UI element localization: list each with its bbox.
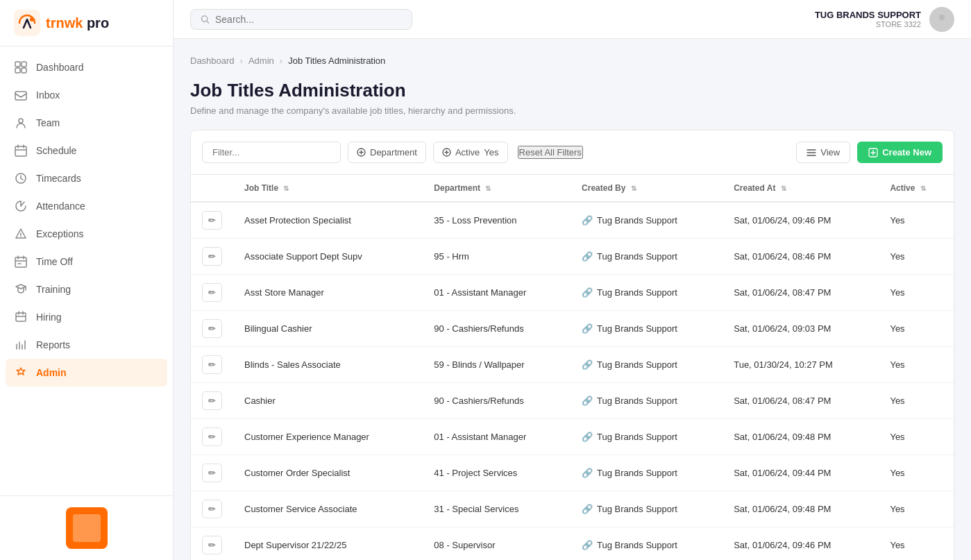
- svg-rect-0: [14, 10, 40, 36]
- sidebar-item-label: Attendance: [36, 201, 85, 212]
- active-cell: Yes: [879, 491, 954, 527]
- sidebar-item-schedule[interactable]: Schedule: [0, 137, 173, 164]
- sidebar-item-admin[interactable]: Admin: [6, 359, 167, 387]
- table-row: ✏ Customer Order Specialist 41 - Project…: [191, 455, 954, 491]
- svg-rect-8: [15, 146, 26, 156]
- page-header: Job Titles Administration Define and man…: [190, 80, 954, 116]
- job-title-cell: Cashier: [233, 383, 423, 419]
- job-title-cell: Bilingual Cashier: [233, 311, 423, 347]
- reset-filters-button[interactable]: Reset All Filters: [518, 146, 583, 159]
- link-icon: 🔗: [582, 504, 593, 514]
- sidebar-item-label: Admin: [36, 367, 67, 378]
- edit-button-0[interactable]: ✏: [202, 211, 222, 230]
- search-input[interactable]: [215, 14, 402, 25]
- active-cell: Yes: [879, 311, 954, 347]
- active-filter-tag: Active Yes: [433, 142, 508, 163]
- link-icon: 🔗: [582, 215, 593, 226]
- edit-cell: ✏: [191, 347, 233, 383]
- job-title-cell: Asst Store Manager: [233, 275, 423, 311]
- table-toolbar: Department Active Yes Reset All Filters: [191, 130, 954, 175]
- job-title-cell: Dept Supervisor 21/22/25: [233, 527, 423, 561]
- link-icon: 🔗: [582, 540, 593, 550]
- edit-cell: ✏: [191, 491, 233, 527]
- sidebar-item-team[interactable]: Team: [0, 109, 173, 137]
- svg-rect-12: [16, 313, 26, 321]
- edit-button-6[interactable]: ✏: [202, 427, 222, 446]
- edit-button-5[interactable]: ✏: [202, 391, 222, 410]
- link-icon: 🔗: [582, 287, 593, 298]
- main-card: Department Active Yes Reset All Filters: [190, 130, 954, 560]
- svg-point-14: [939, 15, 945, 20]
- active-filter-label: Active: [455, 147, 480, 158]
- table-row: ✏ Dept Supervisor 21/22/25 08 - Supervis…: [191, 527, 954, 561]
- table-row: ✏ Customer Service Associate 31 - Specia…: [191, 491, 954, 527]
- active-cell: Yes: [879, 527, 954, 561]
- edit-button-4[interactable]: ✏: [202, 355, 222, 374]
- link-icon: 🔗: [582, 468, 593, 478]
- link-icon: 🔗: [582, 432, 593, 442]
- sidebar-item-inbox[interactable]: Inbox: [0, 81, 173, 109]
- edit-button-7[interactable]: ✏: [202, 464, 222, 482]
- sidebar-item-timeoff[interactable]: Time Off: [0, 248, 173, 275]
- edit-button-8[interactable]: ✏: [202, 500, 222, 518]
- sidebar-item-dashboard[interactable]: Dashboard: [0, 53, 173, 81]
- topbar-right: TUG BRANDS SUPPORT STORE 3322: [815, 7, 954, 32]
- active-cell: Yes: [879, 202, 954, 239]
- breadcrumb-sep-2: ›: [280, 56, 282, 66]
- page-subtitle: Define and manage the company's availabl…: [190, 105, 954, 116]
- department-cell: 90 - Cashiers/Refunds: [423, 383, 571, 419]
- store-info: TUG BRANDS SUPPORT STORE 3322: [815, 10, 921, 28]
- sidebar-item-label: Reports: [36, 339, 70, 350]
- edit-cell: ✏: [191, 239, 233, 275]
- active-filter-value: Yes: [484, 147, 498, 158]
- avatar[interactable]: [929, 7, 954, 32]
- department-cell: 08 - Supervisor: [423, 527, 571, 561]
- edit-cell: ✏: [191, 202, 233, 239]
- edit-button-9[interactable]: ✏: [202, 536, 222, 554]
- breadcrumb-sep-1: ›: [240, 56, 243, 66]
- svg-point-10: [20, 236, 22, 237]
- search-icon: [201, 15, 210, 24]
- active-cell: Yes: [879, 275, 954, 311]
- logo: trnwk pro: [0, 0, 173, 46]
- breadcrumb-admin[interactable]: Admin: [248, 56, 274, 66]
- sidebar-item-hiring[interactable]: Hiring: [0, 303, 173, 331]
- active-cell: Yes: [879, 419, 954, 455]
- edit-cell: ✏: [191, 275, 233, 311]
- col-department: Department ⇅: [423, 175, 571, 202]
- sidebar-item-training[interactable]: Training: [0, 275, 173, 303]
- svg-rect-11: [15, 257, 26, 267]
- sidebar-item-exceptions[interactable]: Exceptions: [0, 220, 173, 248]
- edit-button-2[interactable]: ✏: [202, 283, 222, 302]
- created-by-cell: 🔗Tug Brands Support: [571, 347, 723, 383]
- filter-input[interactable]: [202, 142, 341, 163]
- sidebar-item-label: Inbox: [36, 90, 60, 101]
- sidebar-bottom: [0, 495, 173, 560]
- store-logo: [66, 507, 108, 549]
- link-icon: 🔗: [582, 396, 593, 406]
- department-cell: 01 - Assistant Manager: [423, 275, 571, 311]
- edit-button-1[interactable]: ✏: [202, 247, 222, 266]
- sidebar-item-reports[interactable]: Reports: [0, 331, 173, 359]
- created-by-cell: 🔗Tug Brands Support: [571, 239, 723, 275]
- link-icon: 🔗: [582, 323, 593, 334]
- create-new-button[interactable]: Create New: [857, 142, 943, 163]
- sidebar-item-label: Exceptions: [36, 228, 83, 239]
- main-area: TUG BRANDS SUPPORT STORE 3322 Dashboard …: [174, 0, 971, 560]
- page-title: Job Titles Administration: [190, 80, 954, 101]
- sidebar-item-timecards[interactable]: Timecards: [0, 164, 173, 192]
- sidebar: trnwk pro Dashboard Inbox Team: [0, 0, 174, 560]
- edit-button-3[interactable]: ✏: [202, 319, 222, 338]
- attendance-icon: [14, 199, 28, 213]
- breadcrumb-dashboard[interactable]: Dashboard: [190, 56, 235, 66]
- view-button[interactable]: View: [796, 142, 850, 163]
- department-filter-button[interactable]: Department: [348, 142, 426, 163]
- plus-circle-icon-2: [442, 148, 451, 157]
- sidebar-item-attendance[interactable]: Attendance: [0, 192, 173, 220]
- col-created-by: Created By ⇅: [571, 175, 723, 202]
- sidebar-item-label: Timecards: [36, 173, 81, 184]
- link-icon: 🔗: [582, 359, 593, 370]
- search-box[interactable]: [190, 9, 412, 30]
- active-cell: Yes: [879, 455, 954, 491]
- inbox-icon: [14, 88, 28, 102]
